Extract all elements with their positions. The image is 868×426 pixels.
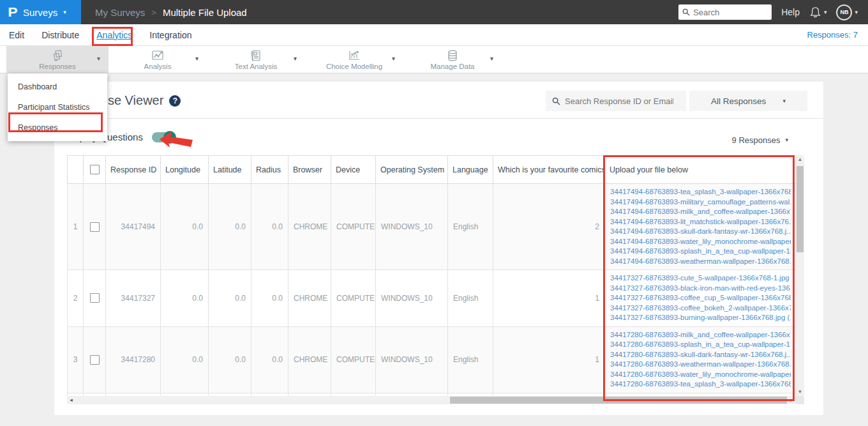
avatar: NB [836, 4, 852, 20]
file-link[interactable]: 34417327-68763893-coffee_bokeh_2-wallpap… [610, 303, 791, 314]
file-link[interactable]: 34417327-68763893-cute_5-wallpaper-1366x… [610, 273, 791, 284]
cell-radius: 0.0 [251, 184, 288, 270]
file-link[interactable]: 34417494-68763893-water_lily_monochrome-… [610, 237, 791, 247]
responses-count-badge[interactable]: Responses: 7 [807, 30, 868, 40]
file-link[interactable]: 34417494-68763893-weatherman-wallpaper-1… [610, 257, 791, 267]
table-row: 3 34417280 0.0 0.0 0.0 CHROME COMPUTER W… [68, 326, 797, 393]
responses-count-dropdown[interactable]: 9 Responses ▾ [732, 135, 788, 145]
ribbon-item-analysis[interactable]: Analysis ▾ [108, 46, 207, 73]
file-link[interactable]: 34417494-68763893-lit_matchstick-wallpap… [610, 217, 791, 227]
global-search-input[interactable] [693, 8, 767, 17]
cell-files: 34417280-68763893-milk_and_coffee-wallpa… [605, 326, 797, 393]
cell-radius: 0.0 [251, 326, 288, 393]
tab-integration[interactable]: Integration [149, 30, 191, 40]
col-browser[interactable]: Browser [288, 156, 331, 184]
menu-item-participant-statistics[interactable]: Participant Statistics [8, 97, 107, 118]
row-checkbox[interactable] [90, 355, 100, 365]
global-search[interactable] [678, 4, 772, 20]
tab-analytics[interactable]: Analytics [96, 30, 132, 40]
col-device[interactable]: Device [331, 156, 376, 184]
vertical-scrollbar[interactable]: ▲ ▼ [796, 155, 804, 396]
scroll-left-icon[interactable]: ◂ [67, 396, 75, 404]
cell-device: COMPUTER [331, 270, 376, 327]
file-link[interactable]: 34417327-68763893-black-iron-man-with-re… [610, 284, 791, 294]
scroll-right-icon[interactable]: ▸ [788, 396, 796, 404]
menu-item-responses[interactable]: Responses [8, 118, 107, 138]
col-longitude[interactable]: Longitude [161, 156, 209, 184]
col-rownum [68, 156, 84, 184]
app-menu-label: Surveys [23, 7, 57, 18]
file-link[interactable]: 34417280-68763893-milk_and_coffee-wallpa… [610, 330, 791, 340]
ribbon-item-text-analysis[interactable]: Text Analysis ▾ [207, 46, 305, 73]
col-latitude[interactable]: Latitude [209, 156, 251, 184]
scroll-up-icon[interactable]: ▲ [796, 155, 804, 164]
tab-distribute[interactable]: Distribute [41, 30, 79, 40]
cell-os: WINDOWS_10 [376, 326, 448, 393]
account-menu[interactable]: NB ▾ [836, 4, 858, 20]
cell-browser: CHROME [288, 270, 331, 327]
col-language[interactable]: Language [448, 156, 493, 184]
breadcrumb-parent[interactable]: My Surveys [95, 7, 145, 18]
col-label: Response ID [110, 165, 156, 174]
file-link[interactable]: 34417494-68763893-splash_in_a_tea_cup-wa… [610, 247, 791, 257]
row-checkbox[interactable] [90, 293, 100, 303]
display-questions-toggle[interactable] [152, 132, 176, 142]
file-link[interactable]: 34417280-68763893-skull-dark-fantasy-wr-… [610, 350, 791, 360]
chevron-down-icon[interactable]: ▾ [490, 55, 493, 62]
breadcrumb-current: Multiple File Upload [163, 7, 247, 18]
table-header-row: Response ID▲ Longitude Latitude Radius B… [68, 156, 797, 184]
file-link[interactable]: 34417280-68763893-tea_splash_3-wallpaper… [610, 379, 791, 390]
file-link[interactable]: 34417494-68763893-tea_splash_3-wallpaper… [610, 187, 791, 197]
chevron-down-icon[interactable]: ▾ [392, 55, 395, 62]
chevron-down-icon[interactable]: ▾ [97, 55, 100, 62]
file-link[interactable]: 34417494-68763893-military_camouflage_pa… [610, 197, 791, 208]
cell-os: WINDOWS_10 [376, 184, 448, 270]
chevron-down-icon[interactable]: ▾ [195, 55, 198, 62]
ribbon-item-choice-modelling[interactable]: Choice Modelling ▾ [305, 46, 403, 73]
file-link[interactable]: 34417327-68763893-burning-wallpaper-1366… [610, 313, 791, 323]
analytics-ribbon: Responses ▾ Analysis ▾ Text Analysis ▾ C… [0, 46, 868, 73]
table-row: 1 34417494 0.0 0.0 0.0 CHROME COMPUTER W… [68, 184, 797, 270]
response-filter-dropdown[interactable]: All Responses ▾ [689, 91, 807, 111]
tab-edit[interactable]: Edit [9, 30, 24, 40]
file-link[interactable]: 34417494-68763893-skull-dark-fantasy-wr-… [610, 227, 791, 237]
file-link[interactable]: 34417327-68763893-coffee_cup_5-wallpaper… [610, 293, 791, 303]
newspaper-icon [250, 49, 262, 62]
chevron-down-icon: ▾ [824, 10, 827, 15]
notifications-menu[interactable]: ▾ [809, 6, 827, 18]
app-menu[interactable]: P Surveys ▾ [0, 0, 81, 24]
col-comics[interactable]: Which is your favourite comics? [493, 156, 605, 184]
col-radius[interactable]: Radius [251, 156, 288, 184]
top-right-cluster: Help ▾ NB ▾ [678, 4, 868, 20]
horizontal-scrollbar[interactable]: ◂ ▸ [67, 396, 796, 404]
ribbon-label: Responses [39, 63, 76, 70]
help-link[interactable]: Help [781, 7, 800, 17]
cell-longitude: 0.0 [161, 270, 209, 327]
file-link[interactable]: 34417280-68763893-water_lily_monochrome-… [610, 370, 791, 380]
file-link[interactable]: 34417280-68763893-splash_in_a_tea_cup-wa… [610, 340, 791, 350]
response-search-input[interactable] [565, 96, 673, 106]
response-search[interactable] [546, 91, 686, 111]
row-checkbox[interactable] [90, 222, 100, 232]
horizontal-scrollbar-thumb[interactable] [450, 397, 787, 404]
ribbon-label: Choice Modelling [326, 63, 382, 70]
row-number: 2 [68, 270, 84, 327]
col-upload[interactable]: Upload your file below [605, 156, 797, 184]
file-link[interactable]: 34417280-68763893-weatherman-wallpaper-1… [610, 360, 791, 370]
ribbon-item-responses[interactable]: Responses ▾ [6, 46, 108, 73]
select-all-checkbox[interactable] [90, 165, 100, 174]
scroll-down-icon[interactable]: ▼ [796, 388, 804, 396]
responses-count-label: 9 Responses [732, 135, 781, 145]
ribbon-item-manage-data[interactable]: Manage Data ▾ [403, 46, 502, 73]
file-link[interactable]: 34417494-68763893-milk_and_coffee-wallpa… [610, 207, 791, 217]
cell-latitude: 0.0 [209, 270, 251, 327]
search-icon [552, 97, 560, 105]
ribbon-label: Manage Data [430, 63, 474, 70]
col-os[interactable]: Operating System [376, 156, 448, 184]
vertical-scrollbar-thumb[interactable] [797, 166, 804, 252]
help-icon[interactable]: ? [169, 95, 181, 107]
col-response-id[interactable]: Response ID▲ [106, 156, 161, 184]
database-icon [446, 49, 459, 62]
menu-item-dashboard[interactable]: Dashboard [8, 77, 107, 97]
chevron-down-icon[interactable]: ▾ [294, 55, 297, 62]
